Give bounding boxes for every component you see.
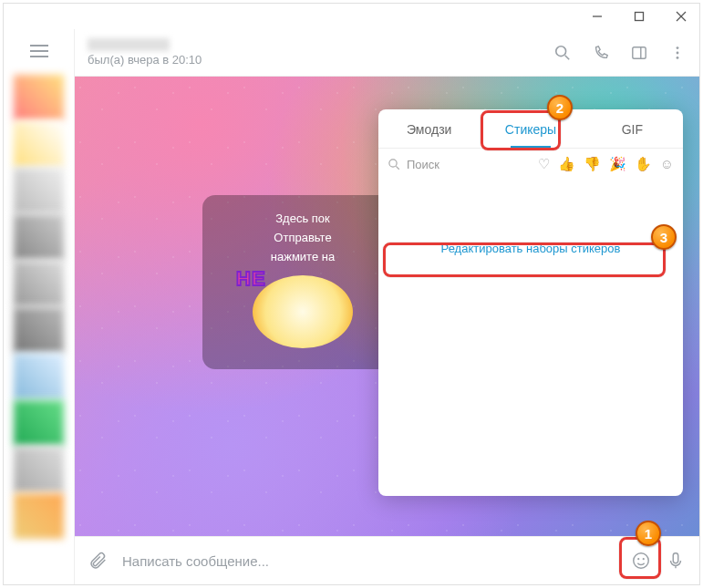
svg-point-13 <box>677 56 679 58</box>
chat-background: Здесь пок Отправьте нажмите на HE Эмодзи… <box>75 77 699 536</box>
svg-rect-19 <box>673 553 678 563</box>
window-maximize-button[interactable] <box>626 4 652 29</box>
thumbs-up-icon[interactable]: 👍 <box>558 156 575 172</box>
chat-list-item[interactable] <box>14 493 64 539</box>
sticker-search-placeholder: Поиск <box>407 158 439 171</box>
svg-point-7 <box>556 46 566 56</box>
search-icon[interactable] <box>553 44 572 62</box>
chat-list-item[interactable] <box>14 214 64 260</box>
wave-icon[interactable]: ✋ <box>635 156 652 172</box>
microphone-icon[interactable] <box>665 550 687 572</box>
heart-icon[interactable]: ♡ <box>538 156 550 172</box>
chat-list-item[interactable] <box>14 168 64 213</box>
smile-icon[interactable]: ☺ <box>660 156 674 172</box>
tab-emoji[interactable]: Эмодзи <box>378 109 480 148</box>
svg-rect-9 <box>633 46 646 58</box>
svg-point-14 <box>389 159 397 166</box>
chat-list-item[interactable] <box>14 75 64 120</box>
edit-sticker-sets-link[interactable]: Редактировать наборы стикеров <box>441 242 621 255</box>
empty-chat-card: Здесь пок Отправьте нажмите на HE <box>202 195 403 369</box>
svg-point-18 <box>643 558 645 560</box>
chat-main: был(а) вчера в 20:10 <box>75 29 699 584</box>
chat-list-sidebar <box>4 29 75 584</box>
svg-line-8 <box>565 55 570 58</box>
chat-list-item[interactable] <box>14 307 64 353</box>
svg-line-15 <box>396 166 398 169</box>
chat-list-item[interactable] <box>14 354 64 399</box>
party-icon[interactable]: 🎉 <box>609 156 626 172</box>
titlebar <box>4 4 699 29</box>
menu-button[interactable] <box>21 33 57 69</box>
message-input[interactable]: Написать сообщение... <box>122 553 617 569</box>
chat-header: был(а) вчера в 20:10 <box>75 29 699 77</box>
svg-point-17 <box>637 558 639 560</box>
call-icon[interactable] <box>592 44 610 62</box>
chat-list-item[interactable] <box>14 447 64 492</box>
window-close-button[interactable] <box>668 4 694 29</box>
sticker-panel-tabs: Эмодзи Стикеры GIF <box>378 109 683 149</box>
thumbs-down-icon[interactable]: 👎 <box>584 156 601 172</box>
window-minimize-button[interactable] <box>584 4 610 29</box>
sticker-category-bar: ♡ 👍 👎 🎉 ✋ ☺ <box>538 156 674 172</box>
svg-point-12 <box>677 51 679 54</box>
more-icon[interactable] <box>668 44 687 62</box>
sidebar-toggle-icon[interactable] <box>630 44 648 62</box>
sticker-text: HE <box>236 263 266 294</box>
empty-chat-line: Отправьте <box>215 229 390 248</box>
svg-point-11 <box>677 46 679 49</box>
svg-point-16 <box>634 553 649 569</box>
sticker-panel: Эмодзи Стикеры GIF Поиск ♡ 👍 👎 <box>378 109 683 496</box>
last-seen-label: был(а) вчера в 20:10 <box>88 53 553 67</box>
empty-chat-line: Здесь пок <box>215 210 390 229</box>
greeting-sticker[interactable]: HE <box>253 275 353 348</box>
message-input-row: Написать сообщение... <box>75 536 699 584</box>
tab-stickers[interactable]: Стикеры <box>480 109 581 148</box>
svg-rect-1 <box>636 13 644 21</box>
contact-name[interactable] <box>88 38 170 51</box>
chat-list-item[interactable] <box>14 400 64 446</box>
sticker-search-input[interactable]: Поиск <box>388 158 531 171</box>
emoji-button[interactable] <box>630 550 652 572</box>
app-window: был(а) вчера в 20:10 <box>3 3 700 585</box>
chat-list-item[interactable] <box>14 261 64 306</box>
chat-list-item[interactable] <box>14 121 64 167</box>
attach-icon[interactable] <box>88 550 109 572</box>
tab-gif[interactable]: GIF <box>582 109 683 148</box>
